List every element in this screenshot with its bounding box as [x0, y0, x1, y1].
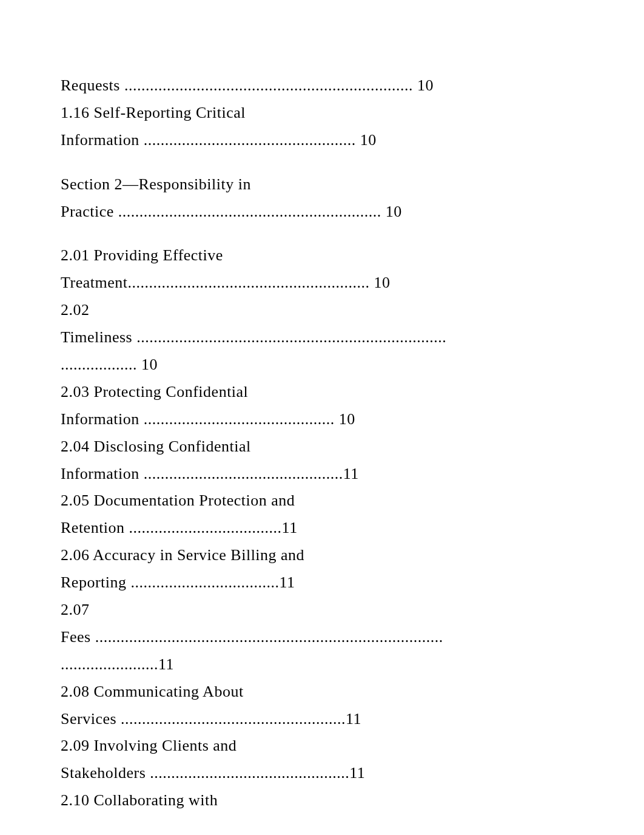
- spacer: [61, 226, 583, 243]
- toc-line: 2.02: [61, 297, 583, 323]
- toc-line: Requests ...............................…: [61, 73, 583, 99]
- toc-line: Fees ...................................…: [61, 624, 583, 651]
- toc-line: .................. 10: [61, 352, 583, 378]
- toc-line: Information ............................…: [61, 127, 583, 154]
- toc-line: Practice ...............................…: [61, 199, 583, 225]
- toc-line: 2.04 Disclosing Confidential: [61, 434, 583, 460]
- spacer: [61, 155, 583, 172]
- toc-line: Section 2—Responsibility in: [61, 172, 583, 198]
- toc-line: 2.03 Protecting Confidential: [61, 379, 583, 405]
- toc-line: .......................11: [61, 652, 583, 678]
- toc-line: Timeliness .............................…: [61, 325, 583, 351]
- toc-line: Retention ..............................…: [61, 515, 583, 541]
- toc-line: 2.06 Accuracy in Service Billing and: [61, 543, 583, 569]
- toc-line: Services ...............................…: [61, 706, 583, 732]
- toc-line: Treatment...............................…: [61, 270, 583, 296]
- toc-line: Information ............................…: [61, 407, 583, 433]
- toc-line: 2.09 Involving Clients and: [61, 733, 583, 759]
- toc-line: 2.08 Communicating About: [61, 679, 583, 705]
- toc-line: 2.10 Collaborating with: [61, 788, 583, 814]
- toc-line: Stakeholders ...........................…: [61, 760, 583, 786]
- toc-line: Reporting ..............................…: [61, 570, 583, 596]
- toc-content: Requests ...............................…: [61, 73, 583, 814]
- toc-line: 2.07: [61, 597, 583, 623]
- toc-line: Information ............................…: [61, 461, 583, 487]
- toc-line: 2.01 Providing Effective: [61, 243, 583, 269]
- toc-line: 2.05 Documentation Protection and: [61, 488, 583, 514]
- toc-line: 1.16 Self-Reporting Critical: [61, 100, 583, 126]
